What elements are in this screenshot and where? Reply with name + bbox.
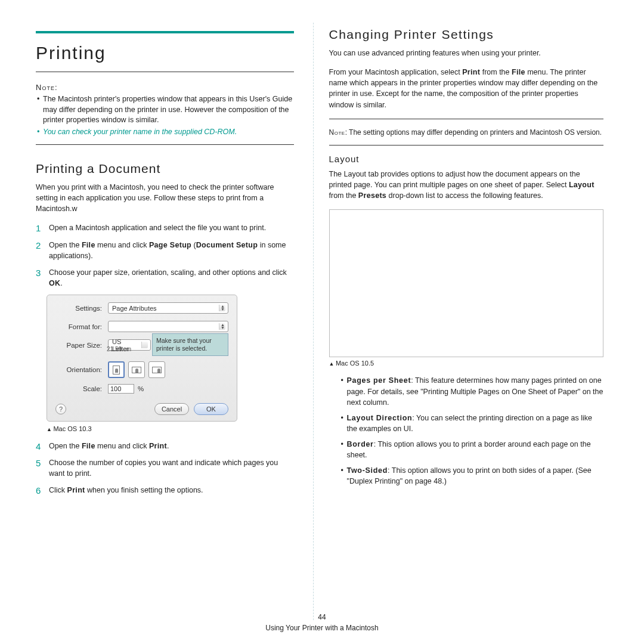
rule [329,145,604,145]
format-label: Format for: [55,323,108,330]
scale-label: Scale: [55,385,108,392]
page-footer: 44 Using Your Printer with a Macintosh [0,612,644,633]
footer-text: Using Your Printer with a Macintosh [0,623,644,633]
settings-select[interactable]: Page Attributes ▲▼ [108,302,228,314]
step-item: Click Print when you finish setting the … [36,485,294,496]
section-title: Changing Printer Settings [329,27,604,42]
orientation-landscape-button[interactable] [128,361,145,378]
scale-input[interactable]: 100 [108,384,134,394]
feature-item: Pages per Sheet: This feature determines… [341,375,604,407]
feature-item: Two-Sided: This option allows you to pri… [341,465,604,487]
note-item: The Macintosh printer's properties windo… [36,94,294,126]
orientation-reverse-button[interactable] [148,361,165,378]
note-item-italic: You can check your printer name in the s… [36,127,294,138]
help-button[interactable]: ? [55,404,66,414]
step-item: Choose your paper size, orientation, sca… [36,267,294,289]
page-setup-dialog: Settings: Page Attributes ▲▼ Format for:… [47,295,237,422]
figure-caption: Mac OS 10.5 [329,360,604,367]
note-text: Note: The setting options may differ dep… [329,128,604,138]
column-divider [313,23,314,620]
rule [36,144,294,145]
settings-value: Page Attributes [112,305,157,312]
rule [329,119,604,119]
figure-caption: Mac OS 10.3 [47,425,294,432]
feature-item: Layout Direction: You can select the pri… [341,413,604,434]
body-text: The Layout tab provides options to adjus… [329,169,604,201]
body-text: From your Macintosh application, select … [329,67,604,110]
note-label: Note: [36,83,294,92]
intro-text: When you print with a Macintosh, you nee… [36,182,294,214]
paper-sub-label: 21.59 cm [107,346,131,352]
section-title: Printing [36,31,294,72]
paper-label: Paper Size: [55,342,108,349]
orientation-label: Orientation: [55,366,108,373]
step-item: Choose the number of copies you want and… [36,457,294,479]
subsection-title: Layout [329,154,604,164]
ok-button[interactable]: OK [194,403,228,415]
layout-screenshot-placeholder [329,209,604,357]
step-item: Open a Macintosh application and select … [36,222,294,233]
body-text: You can use advanced printing features w… [329,48,604,58]
scale-percent: % [138,385,144,392]
step-item: Open the File menu and click Page Setup … [36,240,294,261]
cancel-button[interactable]: Cancel [154,403,189,415]
printer-callout: Make sure that your printer is selected. [152,333,228,356]
step-item: Open the File menu and click Print. [36,441,294,451]
format-select[interactable]: ▲▼ [108,321,228,332]
orientation-portrait-button[interactable] [108,361,125,378]
settings-label: Settings: [55,305,108,312]
subsection-title: Printing a Document [36,162,294,176]
page-number: 44 [0,612,644,623]
feature-item: Border: This option allows you to print … [341,439,604,460]
